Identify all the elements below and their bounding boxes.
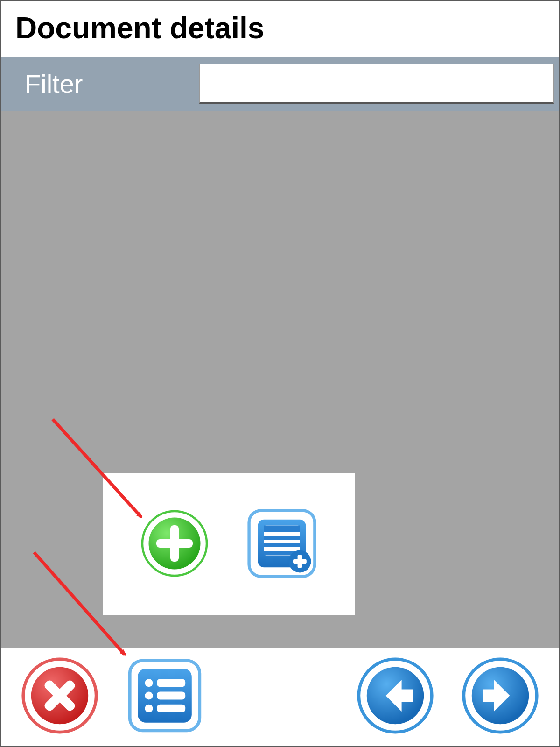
svg-rect-25 <box>157 705 185 712</box>
close-icon <box>20 656 99 737</box>
page-title: Document details <box>15 11 545 45</box>
svg-rect-9 <box>264 543 300 547</box>
svg-rect-7 <box>264 525 300 532</box>
list-icon <box>125 656 204 737</box>
svg-rect-3 <box>156 539 193 548</box>
arrow-left-icon <box>356 656 435 737</box>
svg-rect-21 <box>157 679 185 687</box>
filter-label: Filter <box>25 69 83 99</box>
filter-input[interactable] <box>199 64 554 104</box>
arrow-right-icon <box>461 656 540 737</box>
svg-rect-23 <box>157 692 185 700</box>
svg-rect-8 <box>264 536 300 540</box>
bottom-toolbar <box>1 648 559 746</box>
filter-bar: Filter <box>1 57 559 111</box>
svg-point-24 <box>145 705 153 712</box>
plus-icon <box>140 508 210 580</box>
add-button[interactable] <box>140 508 210 580</box>
next-button[interactable] <box>461 656 540 737</box>
close-button[interactable] <box>20 656 99 737</box>
svg-point-20 <box>145 679 153 687</box>
filter-input-wrap <box>199 64 554 104</box>
toolbar-left-group <box>20 656 204 737</box>
toolbar-right-group <box>356 656 540 737</box>
previous-button[interactable] <box>356 656 435 737</box>
list-menu-button[interactable] <box>125 656 204 737</box>
app-frame: Document details Filter <box>0 0 560 747</box>
add-table-button[interactable] <box>245 506 319 583</box>
content-area <box>1 111 559 648</box>
table-plus-icon <box>245 506 319 583</box>
header: Document details <box>1 1 559 57</box>
add-menu-popup <box>103 473 355 615</box>
svg-point-22 <box>145 692 153 700</box>
svg-rect-13 <box>293 559 307 564</box>
